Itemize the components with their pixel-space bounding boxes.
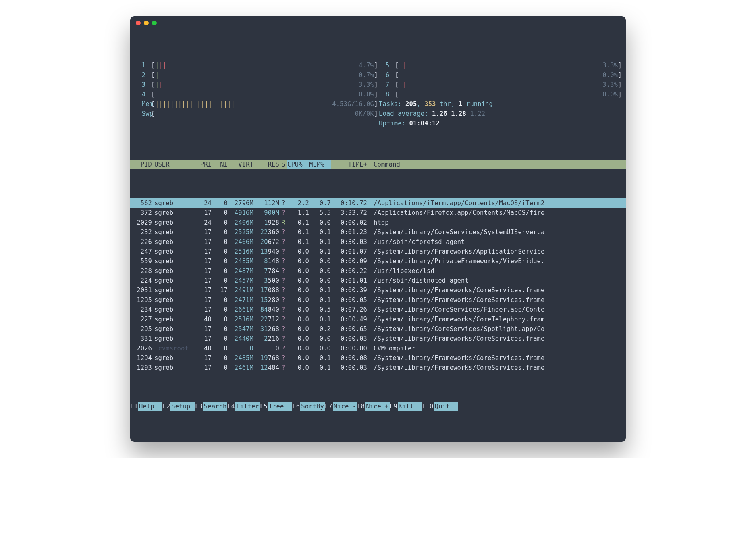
process-row[interactable]: 228 sgreb 17 0 2487M 7784 ? 0.0 0.0 0:00… (130, 266, 626, 276)
col-s[interactable]: S (279, 160, 287, 169)
fn-action-sortby[interactable]: SortBy (300, 402, 325, 411)
process-row[interactable]: 331 sgreb 17 0 2440M 2216 ? 0.0 0.0 0:00… (130, 334, 626, 344)
col-res[interactable]: RES (253, 160, 279, 169)
cpu-meter-4: 4 [0.0%] (134, 90, 378, 99)
process-row[interactable]: 372 sgreb 17 0 4916M 900M ? 1.1 5.5 3:33… (130, 208, 626, 218)
tasks-line: Tasks: 205, 353 thr; 1 running (378, 99, 622, 109)
fn-key-F6: F6 (292, 402, 300, 411)
fn-key-F10: F10 (422, 402, 434, 411)
col-mem[interactable]: MEM% (309, 160, 331, 169)
close-icon[interactable] (136, 21, 141, 25)
process-row[interactable]: 295 sgreb 17 0 2547M 31268 ? 0.0 0.2 0:0… (130, 324, 626, 334)
htop-output: 1 [|||4.7%] 2 [|0.7%] 3 [||3.3%] 4 [0.0%… (130, 30, 626, 442)
process-row[interactable]: 247 sgreb 17 0 2516M 13940 ? 0.0 0.1 0:0… (130, 247, 626, 256)
fn-key-F4: F4 (227, 402, 235, 411)
fn-key-F1: F1 (130, 402, 138, 411)
col-user[interactable]: USER (154, 160, 193, 169)
function-key-bar: F1Help F2Setup F3SearchF4FilterF5Tree F6… (130, 402, 626, 413)
cpu-meter-8: 8 [0.0%] (378, 90, 622, 99)
fn-key-F3: F3 (195, 402, 203, 411)
process-row[interactable]: 224 sgreb 17 0 2457M 3500 ? 0.0 0.0 0:01… (130, 276, 626, 285)
process-row[interactable]: 227 sgreb 40 0 2516M 22712 ? 0.0 0.1 0:0… (130, 314, 626, 324)
cpu-meter-2: 2 [|0.7%] (134, 70, 378, 80)
fn-action-nice -[interactable]: Nice - (333, 402, 357, 411)
fn-action-quit[interactable]: Quit (434, 402, 459, 411)
process-row[interactable]: 2029 sgreb 24 0 2406M 1928 R 0.1 0.0 0:0… (130, 218, 626, 227)
col-pri[interactable]: PRI (193, 160, 212, 169)
col-ni[interactable]: NI (212, 160, 228, 169)
fn-key-F2: F2 (162, 402, 170, 411)
col-virt[interactable]: VIRT (228, 160, 253, 169)
uptime-line: Uptime: 01:04:12 (378, 119, 622, 128)
titlebar (130, 16, 626, 30)
cpu-meter-3: 3 [||3.3%] (134, 80, 378, 90)
fn-action-filter[interactable]: Filter (235, 402, 260, 411)
fn-action-kill[interactable]: Kill (398, 402, 422, 411)
process-row[interactable]: 1295 sgreb 17 0 2471M 15280 ? 0.0 0.1 0:… (130, 295, 626, 305)
col-cpu[interactable]: CPU% (287, 160, 309, 169)
process-row[interactable]: 2026 _cvmsroot 40 0 0 0 ? 0.0 0.0 0:00.0… (130, 344, 626, 353)
fn-key-F9: F9 (390, 402, 398, 411)
process-row[interactable]: 234 sgreb 17 0 2661M 84840 ? 0.0 0.5 0:0… (130, 305, 626, 314)
col-time[interactable]: TIME+ (331, 160, 369, 169)
zoom-icon[interactable] (152, 21, 157, 25)
fn-action-help[interactable]: Help (138, 402, 163, 411)
swp-meter: Swp [0K/0K] (134, 109, 378, 119)
terminal-window: 1 [|||4.7%] 2 [|0.7%] 3 [||3.3%] 4 [0.0%… (130, 16, 626, 442)
process-row[interactable]: 1294 sgreb 17 0 2485M 19768 ? 0.0 0.1 0:… (130, 353, 626, 363)
fn-action-setup[interactable]: Setup (170, 402, 195, 411)
fn-action-search[interactable]: Search (203, 402, 228, 411)
col-cmd[interactable]: Command (369, 160, 626, 169)
mem-meter: Mem [|||||||||||||||||||||4.53G/16.0G] (134, 99, 378, 109)
col-pid[interactable]: PID (130, 160, 154, 169)
cpu-meter-7: 7 [||3.3%] (378, 80, 622, 90)
process-row[interactable]: 1293 sgreb 17 0 2461M 12484 ? 0.0 0.1 0:… (130, 363, 626, 373)
cpu-meter-5: 5 [||3.3%] (378, 60, 622, 70)
fn-action-nice +[interactable]: Nice + (365, 402, 390, 411)
process-table-body: 562 sgreb 24 0 2796M 112M ? 2.2 0.7 0:10… (130, 198, 626, 373)
load-line: Load average: 1.26 1.28 1.22 (378, 109, 622, 119)
fn-action-tree[interactable]: Tree (268, 402, 293, 411)
process-table-header[interactable]: PID USER PRI NI VIRT RES S CPU% MEM% TIM… (130, 160, 626, 169)
process-row[interactable]: 232 sgreb 17 0 2525M 22360 ? 0.1 0.1 0:0… (130, 227, 626, 237)
process-row[interactable]: 559 sgreb 17 0 2485M 8148 ? 0.0 0.0 0:00… (130, 256, 626, 266)
fn-key-F8: F8 (357, 402, 365, 411)
cpu-meter-6: 6 [0.0%] (378, 70, 622, 80)
fn-key-F5: F5 (260, 402, 268, 411)
minimize-icon[interactable] (144, 21, 149, 25)
process-row[interactable]: 2031 sgreb 17 17 2491M 17088 ? 0.0 0.1 0… (130, 285, 626, 295)
fn-key-F7: F7 (325, 402, 333, 411)
process-row[interactable]: 226 sgreb 17 0 2466M 20672 ? 0.1 0.1 0:3… (130, 237, 626, 247)
process-row[interactable]: 562 sgreb 24 0 2796M 112M ? 2.2 0.7 0:10… (130, 198, 626, 208)
cpu-meter-1: 1 [|||4.7%] (134, 60, 378, 70)
